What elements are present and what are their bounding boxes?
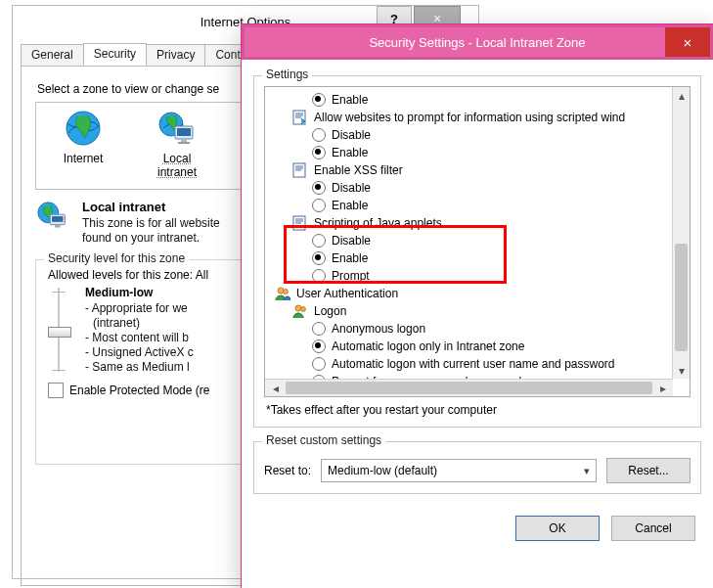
slider-thumb[interactable] [48,327,71,338]
radio-icon[interactable] [312,322,326,336]
protected-mode-checkbox[interactable] [48,383,64,398]
chevron-down-icon: ▾ [584,465,590,477]
script-icon [292,215,308,231]
radio-icon[interactable] [312,234,326,248]
option-enable[interactable]: Enable [312,144,667,161]
svg-point-16 [301,307,306,312]
ss-close-button[interactable]: × [665,27,710,57]
script-icon [292,110,308,125]
protected-mode-label: Enable Protected Mode (re [69,384,209,397]
option-auto-intranet[interactable]: Automatic logon only in Intranet zone [312,338,667,355]
option-enable[interactable]: Enable [312,91,667,109]
option-auto-current[interactable]: Automatic logon with current user name a… [312,355,667,373]
scroll-thumb[interactable] [675,244,688,351]
intranet-shield-icon [35,200,72,237]
selected-zone-name: Local intranet [82,200,220,214]
settings-group-title: Settings [262,68,312,81]
option-disable[interactable]: Disable [312,179,667,197]
selected-zone-desc1: This zone is for all website [82,216,220,231]
scroll-left-icon[interactable]: ◂ [267,382,284,395]
option-enable[interactable]: Enable [312,197,667,214]
scroll-up-icon[interactable]: ▴ [673,87,690,104]
node-user-authentication: User Authentication [275,285,667,302]
tab-general[interactable]: General [21,44,84,66]
restart-note: *Takes effect after you restart your com… [266,403,691,417]
users-icon [275,286,290,301]
scroll-thumb[interactable] [286,382,652,394]
ok-button[interactable]: OK [515,516,600,541]
radio-icon[interactable] [312,199,326,212]
reset-level-select[interactable]: Medium-low (default) ▾ [321,459,597,482]
vertical-scrollbar[interactable]: ▴ ▾ [672,87,690,379]
svg-point-13 [278,288,284,294]
option-anonymous-logon[interactable]: Anonymous logon [312,320,667,338]
zone-local-intranet[interactable]: Local intranet [144,109,210,179]
option-enable[interactable]: Enable [312,249,667,267]
scroll-right-icon[interactable]: ▸ [654,382,671,395]
radio-icon[interactable] [312,93,326,107]
dialog-footer: OK Cancel [242,504,713,553]
radio-icon[interactable] [312,339,326,353]
radio-icon[interactable] [312,269,326,283]
reset-level-value: Medium-low (default) [328,464,437,477]
svg-rect-5 [178,142,190,144]
globe-monitor-icon [157,109,197,148]
slider-track[interactable] [48,286,69,374]
security-level-group-title: Security level for this zone [44,251,189,265]
users-icon [292,303,308,319]
settings-group: Settings Enable Allow websites to prompt… [253,75,701,428]
globe-icon [64,109,103,148]
cancel-button[interactable]: Cancel [611,516,695,541]
svg-point-15 [295,305,301,311]
node-xss-filter: Enable XSS filter [292,161,667,179]
node-logon: Logon [292,302,667,320]
svg-rect-3 [177,128,191,136]
node-scripted-prompt: Allow websites to prompt for information… [292,109,667,126]
svg-point-14 [284,290,289,294]
scroll-down-icon[interactable]: ▾ [673,362,690,379]
radio-icon[interactable] [312,357,326,371]
svg-rect-9 [55,225,61,228]
radio-icon[interactable] [312,181,326,195]
tab-security[interactable]: Security [83,43,147,66]
ss-title-text: Security Settings - Local Intranet Zone [369,35,585,50]
reset-group-title: Reset custom settings [262,433,385,447]
ss-titlebar: Security Settings - Local Intranet Zone … [245,27,710,57]
option-disable[interactable]: Disable [312,126,667,144]
reset-button[interactable]: Reset... [606,458,691,483]
node-java-applets: Scripting of Java applets [292,214,667,232]
settings-tree: Enable Allow websites to prompt for info… [264,86,691,397]
tab-privacy[interactable]: Privacy [146,44,205,66]
selected-zone-desc2: found on your intranet. [82,231,220,246]
security-settings-window: Security Settings - Local Intranet Zone … [241,23,713,588]
option-disable[interactable]: Disable [312,232,667,249]
radio-icon[interactable] [312,251,326,265]
svg-rect-4 [181,139,187,142]
reset-to-label: Reset to: [264,464,311,477]
zone-internet[interactable]: Internet [50,109,116,165]
radio-icon[interactable] [312,146,326,159]
zone-local-intranet-label: Local intranet [144,152,210,179]
svg-rect-8 [52,216,63,222]
radio-icon[interactable] [312,128,326,142]
horizontal-scrollbar[interactable]: ◂ ▸ [265,379,673,396]
option-prompt[interactable]: Prompt [312,267,667,285]
reset-group: Reset custom settings Reset to: Medium-l… [253,441,701,494]
zone-internet-label: Internet [64,152,104,165]
script-icon [292,162,308,178]
ss-body: Settings Enable Allow websites to prompt… [242,60,713,504]
